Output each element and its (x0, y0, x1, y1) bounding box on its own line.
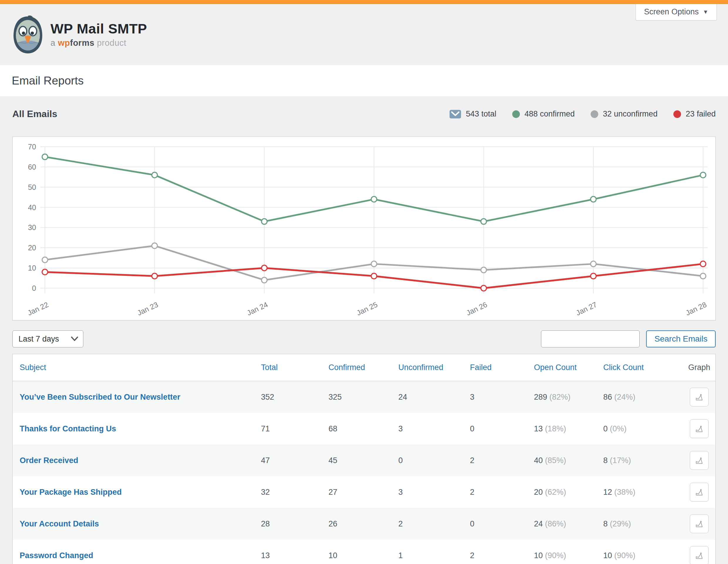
column-header-total[interactable]: Total (261, 363, 328, 372)
click-count-value: 0 (603, 424, 608, 433)
email-subject-link[interactable]: Your Account Details (20, 519, 99, 528)
page-title: Email Reports (12, 74, 84, 87)
data-point-confirmed (481, 219, 486, 224)
cell-subject: You’ve Been Subscribed to Our Newsletter (13, 393, 261, 402)
cell-failed: 3 (470, 393, 534, 402)
cell-confirmed: 10 (328, 551, 398, 560)
app-title: WP Mail SMTP (50, 21, 147, 36)
cell-open-count: 40 (85%) (534, 456, 603, 465)
envelope-icon (449, 110, 461, 119)
open-count-percent: (90%) (543, 551, 566, 560)
section-head: All Emails 543 total488 confirmed32 unco… (0, 96, 728, 131)
click-count-percent: (0%) (608, 424, 627, 433)
column-header-click[interactable]: Click Count (603, 363, 683, 372)
data-point-unconfirmed (152, 243, 157, 249)
click-count-percent: (24%) (612, 393, 636, 401)
open-count-value: 24 (534, 519, 543, 528)
column-header-failed[interactable]: Failed (470, 363, 534, 372)
cell-open-count: 10 (90%) (534, 551, 603, 560)
open-count-value: 40 (534, 456, 543, 465)
column-header-subject[interactable]: Subject (13, 363, 261, 372)
svg-text:40: 40 (28, 203, 36, 212)
click-count-value: 8 (603, 519, 608, 528)
cell-total: 47 (261, 456, 328, 465)
data-point-confirmed (42, 154, 48, 160)
data-point-unconfirmed (591, 261, 596, 267)
cell-confirmed: 325 (328, 393, 398, 402)
svg-text:0: 0 (32, 284, 36, 292)
table-row: Your Account Details28262024 (86%)8 (29%… (13, 508, 715, 540)
cell-unconfirmed: 24 (398, 393, 470, 402)
data-point-unconfirmed (42, 257, 48, 263)
column-header-unconfirmed[interactable]: Unconfirmed (398, 363, 470, 372)
graph-button[interactable] (690, 451, 709, 470)
cell-graph (683, 388, 715, 406)
open-count-percent: (82%) (547, 393, 571, 401)
app-header: WP Mail SMTP a wpforms product (0, 4, 728, 65)
graph-button[interactable] (690, 483, 709, 501)
email-table: SubjectTotalConfirmedUnconfirmedFailedOp… (12, 354, 716, 564)
graph-button[interactable] (690, 546, 709, 564)
graph-button[interactable] (690, 388, 709, 406)
column-header-confirmed[interactable]: Confirmed (328, 363, 398, 372)
cell-unconfirmed: 3 (398, 424, 470, 433)
svg-text:70: 70 (28, 143, 36, 151)
confirmed-dot-icon (512, 110, 520, 118)
cell-confirmed: 26 (328, 519, 398, 528)
legend-label: 543 total (466, 110, 496, 119)
cell-graph (683, 419, 715, 438)
search-group: Search Emails (541, 330, 716, 347)
cell-subject: Password Changed (13, 551, 261, 560)
click-count-percent: (29%) (608, 519, 631, 528)
table-row: You’ve Been Subscribed to Our Newsletter… (13, 381, 715, 413)
table-row: Password Changed13101210 (90%)10 (90%) (13, 540, 715, 564)
unconfirmed-dot-icon (591, 110, 598, 118)
open-count-value: 13 (534, 424, 543, 433)
controls-row: Last 7 days Search Emails (12, 330, 716, 347)
graph-button[interactable] (690, 419, 709, 438)
app-tagline: a wpforms product (50, 38, 147, 48)
mini-chart-icon (695, 456, 704, 465)
data-point-failed (262, 265, 267, 271)
email-subject-link[interactable]: Password Changed (20, 551, 93, 560)
email-subject-link[interactable]: You’ve Been Subscribed to Our Newsletter (20, 393, 180, 401)
email-subject-link[interactable]: Order Received (20, 456, 78, 465)
cell-unconfirmed: 2 (398, 519, 470, 528)
email-subject-link[interactable]: Your Package Has Shipped (20, 488, 122, 496)
data-point-failed (152, 273, 157, 279)
click-count-percent: (90%) (612, 551, 636, 560)
data-point-confirmed (371, 197, 377, 202)
screen-options-button[interactable]: Screen Options ▼ (636, 4, 717, 21)
table-row: Order Received47450240 (85%)8 (17%) (13, 444, 715, 476)
accent-top-bar (0, 0, 728, 4)
svg-text:Jan 24: Jan 24 (246, 300, 269, 317)
cell-failed: 0 (470, 424, 534, 433)
click-count-value: 86 (603, 393, 612, 401)
cell-total: 32 (261, 488, 328, 497)
column-header-open[interactable]: Open Count (534, 363, 603, 372)
data-point-confirmed (591, 197, 596, 202)
search-emails-button[interactable]: Search Emails (646, 330, 716, 347)
email-subject-link[interactable]: Thanks for Contacting Us (20, 424, 116, 433)
table-row: Thanks for Contacting Us71683013 (18%)0 … (13, 413, 715, 444)
date-range-select[interactable]: Last 7 days (12, 330, 83, 347)
cell-subject: Your Package Has Shipped (13, 488, 261, 497)
open-count-percent: (62%) (543, 488, 566, 496)
svg-text:10: 10 (28, 264, 36, 272)
cell-total: 13 (261, 551, 328, 560)
click-count-percent: (38%) (612, 488, 636, 496)
data-point-unconfirmed (371, 261, 377, 267)
data-point-confirmed (152, 172, 157, 178)
pigeon-icon (12, 15, 44, 55)
svg-text:30: 30 (28, 223, 36, 232)
open-count-value: 289 (534, 393, 547, 401)
graph-button[interactable] (690, 514, 709, 533)
mini-chart-icon (695, 488, 704, 496)
legend-item: 23 failed (673, 110, 716, 119)
svg-text:Jan 22: Jan 22 (26, 300, 50, 317)
open-count-percent: (86%) (543, 519, 566, 528)
screen-options-label: Screen Options (644, 7, 699, 16)
search-input[interactable] (541, 330, 640, 347)
failed-dot-icon (673, 110, 681, 118)
cell-open-count: 13 (18%) (534, 424, 603, 433)
